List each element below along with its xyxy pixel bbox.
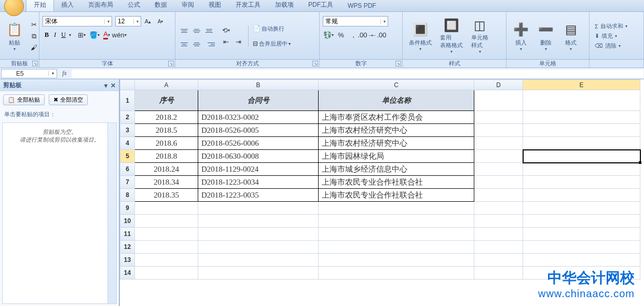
increase-font-icon[interactable]: A▴ bbox=[142, 16, 154, 26]
align-top-icon[interactable] bbox=[179, 26, 190, 36]
row-header-2[interactable]: 2 bbox=[120, 111, 135, 124]
cell-C5[interactable]: 上海市园林绿化局 bbox=[319, 150, 474, 163]
table-format-button[interactable]: 🔲 套用 表格格式 ▾ bbox=[437, 19, 466, 53]
underline-button[interactable]: U bbox=[59, 30, 68, 40]
number-launcher-icon[interactable]: ↘ bbox=[395, 61, 401, 66]
cell-A12[interactable] bbox=[135, 241, 198, 254]
cell-D3[interactable] bbox=[474, 124, 523, 137]
office-button[interactable] bbox=[0, 0, 26, 11]
align-middle-icon[interactable] bbox=[191, 26, 202, 36]
cut-icon[interactable]: ✂ bbox=[28, 20, 39, 30]
align-bottom-icon[interactable] bbox=[203, 26, 215, 36]
cell-E14[interactable] bbox=[523, 267, 640, 280]
wrap-text-button[interactable]: 📄 自动换行 bbox=[253, 25, 291, 33]
bold-button[interactable]: B bbox=[43, 30, 51, 40]
select-all-corner[interactable] bbox=[120, 80, 135, 90]
cell-B6[interactable]: D2018-1129-0024 bbox=[198, 163, 319, 176]
increase-indent-icon[interactable]: ⇥ bbox=[232, 37, 244, 47]
cell-E5[interactable] bbox=[523, 150, 640, 163]
row-header-5[interactable]: 5 bbox=[120, 150, 135, 163]
formula-input[interactable] bbox=[71, 69, 644, 78]
row-header-4[interactable]: 4 bbox=[120, 137, 135, 150]
cell-B3[interactable]: D2018-0526-0005 bbox=[198, 124, 319, 137]
cell-D1[interactable] bbox=[474, 90, 523, 111]
cell-B5[interactable]: D2018-0630-0008 bbox=[198, 150, 319, 163]
tab-addins[interactable]: 加载项 bbox=[268, 0, 301, 11]
cell-A1[interactable]: 序号 bbox=[135, 90, 198, 111]
cell-A11[interactable] bbox=[135, 228, 198, 241]
cell-E4[interactable] bbox=[523, 137, 640, 150]
cell-E10[interactable] bbox=[523, 215, 640, 228]
fill-button[interactable]: ⬇填充▾ bbox=[593, 32, 629, 40]
cell-B9[interactable] bbox=[198, 202, 319, 215]
tab-layout[interactable]: 页面布局 bbox=[81, 0, 120, 11]
row-header-6[interactable]: 6 bbox=[120, 163, 135, 176]
cell-E11[interactable] bbox=[523, 228, 640, 241]
number-format-combo[interactable]: ▾ bbox=[323, 16, 388, 26]
decrease-indent-icon[interactable]: ⇤ bbox=[220, 37, 231, 47]
font-name-combo[interactable]: ▾ bbox=[43, 16, 112, 26]
col-header-C[interactable]: C bbox=[319, 80, 474, 90]
delete-cells-button[interactable]: ➖ 删除 ▾ bbox=[535, 19, 557, 53]
cell-C12[interactable] bbox=[319, 241, 474, 254]
cell-A6[interactable]: 2018.24 bbox=[135, 163, 198, 176]
row-header-11[interactable]: 11 bbox=[120, 228, 135, 241]
cell-C6[interactable]: 上海市城乡经济信息中心 bbox=[319, 163, 474, 176]
col-header-A[interactable]: A bbox=[135, 80, 198, 90]
close-icon[interactable]: ✕ bbox=[111, 82, 116, 89]
cell-E6[interactable] bbox=[523, 163, 640, 176]
cell-D11[interactable] bbox=[474, 228, 523, 241]
font-color-icon[interactable]: A▾ bbox=[101, 30, 113, 40]
cell-B13[interactable] bbox=[198, 254, 319, 267]
phonetic-icon[interactable]: wén▾ bbox=[114, 30, 125, 40]
number-format-input[interactable] bbox=[323, 17, 380, 26]
cell-C8[interactable]: 上海市农民专业合作社联合社 bbox=[319, 189, 474, 202]
row-header-1[interactable]: 1 bbox=[120, 90, 135, 111]
row-header-7[interactable]: 7 bbox=[120, 176, 135, 189]
copy-icon[interactable]: ⧉ bbox=[28, 31, 39, 41]
fill-color-icon[interactable]: 🪣▾ bbox=[89, 30, 100, 40]
cell-A13[interactable] bbox=[135, 254, 198, 267]
cell-D6[interactable] bbox=[474, 163, 523, 176]
col-header-B[interactable]: B bbox=[198, 80, 319, 90]
tab-review[interactable]: 审阅 bbox=[174, 0, 201, 11]
cell-C4[interactable]: 上海市农村经济研究中心 bbox=[319, 137, 474, 150]
clear-button[interactable]: ⌫清除▾ bbox=[593, 41, 629, 50]
cell-B8[interactable]: D2018-1223-0035 bbox=[198, 189, 319, 202]
paste-button[interactable]: 📋 粘贴 ▾ bbox=[3, 19, 26, 53]
row-header-13[interactable]: 13 bbox=[120, 254, 135, 267]
cell-C2[interactable]: 上海市奉贤区农村工作委员会 bbox=[319, 111, 474, 124]
cell-C7[interactable]: 上海市农民专业合作社联合社 bbox=[319, 176, 474, 189]
cell-E3[interactable] bbox=[523, 124, 640, 137]
name-box[interactable]: E5 ▾ bbox=[1, 69, 57, 78]
cell-B14[interactable] bbox=[198, 267, 319, 280]
align-right-icon[interactable] bbox=[203, 39, 215, 50]
cell-D2[interactable] bbox=[474, 111, 523, 124]
cell-D4[interactable] bbox=[474, 137, 523, 150]
cell-C3[interactable]: 上海市农村经济研究中心 bbox=[319, 124, 474, 137]
cell-A3[interactable]: 2018.5 bbox=[135, 124, 198, 137]
cell-D7[interactable] bbox=[474, 176, 523, 189]
clear-all-button[interactable]: ✖全部清空 bbox=[49, 94, 88, 105]
row-header-12[interactable]: 12 bbox=[120, 241, 135, 254]
currency-icon[interactable]: 💱▾ bbox=[323, 30, 334, 40]
cell-C13[interactable] bbox=[319, 254, 474, 267]
decrease-decimal-icon[interactable]: ←.00 bbox=[373, 30, 384, 40]
cell-styles-button[interactable]: ◫ 单元格 样式 ▾ bbox=[468, 19, 491, 53]
cell-E12[interactable] bbox=[523, 241, 640, 254]
percent-icon[interactable]: % bbox=[335, 30, 347, 40]
fx-icon[interactable]: fx bbox=[62, 69, 67, 77]
font-size-combo[interactable]: ▾ bbox=[115, 16, 141, 26]
pin-icon[interactable]: ▾ bbox=[104, 82, 107, 89]
cell-B11[interactable] bbox=[198, 228, 319, 241]
merge-center-button[interactable]: ⊟ 合并后居中 ▾ bbox=[253, 40, 291, 48]
cell-D14[interactable] bbox=[474, 267, 523, 280]
col-header-D[interactable]: D bbox=[474, 80, 523, 90]
cell-E7[interactable] bbox=[523, 176, 640, 189]
cell-E13[interactable] bbox=[523, 254, 640, 267]
align-launcher-icon[interactable]: ↘ bbox=[312, 61, 318, 66]
cell-A5[interactable]: 2018.8 bbox=[135, 150, 198, 163]
col-header-E[interactable]: E bbox=[523, 80, 640, 90]
format-cells-button[interactable]: ▤ 格式 ▾ bbox=[559, 19, 582, 53]
orientation-icon[interactable]: ⟲▾ bbox=[220, 25, 231, 36]
